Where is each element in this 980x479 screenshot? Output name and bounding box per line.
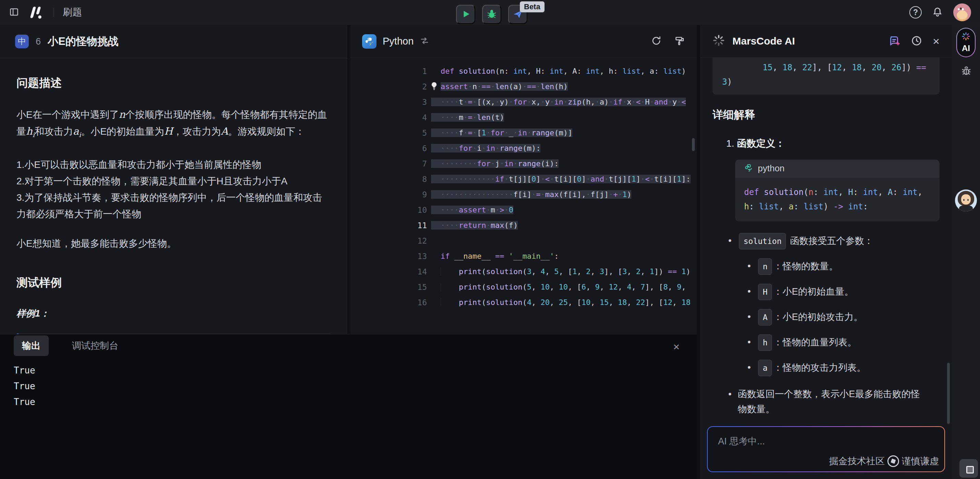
ai-param-text: ：怪物的数量。 [773, 261, 838, 271]
reset-code-button[interactable] [651, 35, 662, 47]
nav-practice-label[interactable]: 刷题 [63, 6, 82, 19]
code-token: int [902, 187, 917, 197]
ai-item1-title: 函数定义 [737, 138, 775, 149]
bullet-dot: • [748, 259, 751, 273]
problem-rules: 1.小E可以击败以恶血量和攻击力都小于她当前属性的怪物 2.对于第一个击败的怪物… [16, 157, 331, 222]
code-token: : [813, 187, 823, 197]
ai-header: MarsCode AI [700, 25, 952, 57]
new-chat-button[interactable] [889, 35, 900, 48]
code-token: j [495, 159, 500, 168]
code-token: y [673, 98, 677, 106]
code-token: t [654, 175, 659, 183]
screenshot-corner-button[interactable] [959, 459, 978, 477]
code-token: -> [833, 202, 843, 211]
code-line: 12 [350, 233, 697, 248]
code-token: : [853, 187, 863, 197]
code-token: ) [727, 77, 732, 87]
code-token: m [527, 144, 531, 152]
code-token: x [531, 98, 536, 106]
code-token: , [590, 267, 600, 276]
history-button[interactable] [911, 35, 923, 48]
code-token: · [604, 175, 609, 183]
code-token: for [491, 128, 504, 137]
line-number: 12 [350, 236, 427, 245]
difficulty-badge: 中 [15, 35, 29, 48]
code-token: ] [636, 175, 641, 183]
run-button[interactable] [456, 5, 475, 24]
code-token: , [792, 63, 802, 72]
ai-scrollbar[interactable] [947, 363, 950, 424]
bug-outline-icon [961, 65, 972, 78]
code-token: = [468, 113, 472, 122]
tab-output[interactable]: 输出 [14, 335, 49, 356]
output-panel: 输出 调试控制台 × True True True [0, 334, 697, 479]
code-token: · [495, 144, 500, 152]
close-ai-panel-icon[interactable]: × [933, 35, 940, 47]
code-token [677, 267, 681, 276]
code-token: 1 [649, 267, 654, 276]
tab-debug-console[interactable]: 调试控制台 [64, 335, 127, 356]
notifications-button[interactable] [932, 6, 943, 19]
panel-toggle-icon [9, 7, 19, 18]
ai-param-item: •h：怪物的血量列表。 [748, 335, 940, 351]
user-avatar[interactable] [953, 3, 971, 21]
ai-toggle-button[interactable]: AI [956, 28, 975, 57]
code-token: solution [486, 283, 522, 291]
code-token: ( [481, 267, 486, 276]
code-token: ( [522, 283, 527, 291]
close-output-icon[interactable]: × [673, 341, 679, 353]
output-console: True True True [0, 357, 697, 415]
code-token: · [550, 98, 554, 106]
code-token: : [577, 67, 586, 75]
code-token: ( [554, 128, 558, 137]
code-token: · [540, 98, 545, 106]
problem-title: 小E的怪物挑战 [48, 34, 119, 49]
format-code-button[interactable] [674, 35, 685, 47]
code-token: : [749, 202, 759, 211]
code-token [843, 202, 848, 211]
ai-param-item: •a：怪物的攻击力列表。 [748, 360, 940, 376]
bullet-dot: • [728, 233, 732, 248]
debug-button[interactable] [482, 5, 501, 24]
code-token: 3 [600, 267, 604, 276]
editor-scrollbar[interactable] [692, 138, 695, 151]
code-token: 10 [582, 298, 591, 307]
ai-input-field[interactable] [708, 427, 944, 471]
ai-code-block: python def solution(n: int, H: int, A: i… [735, 160, 940, 221]
help-button[interactable]: ? [909, 6, 922, 19]
sidebar-toggle-button[interactable] [9, 7, 19, 18]
line-number: 13 [350, 252, 427, 261]
code-token: : [893, 187, 903, 197]
ai-param-item: •A：小E的初始攻击力。 [748, 309, 940, 325]
code-token: assert [441, 82, 468, 91]
code-token [441, 298, 459, 307]
right-rail: AI [952, 25, 980, 479]
code-token: , [918, 187, 923, 197]
code-token: , [641, 67, 650, 75]
code-token: · [540, 190, 545, 199]
code-token: ) [513, 221, 518, 230]
code-token: n [473, 82, 477, 91]
code-token: 3 [722, 77, 727, 87]
assistant-avatar[interactable] [955, 189, 977, 211]
marscode-logo[interactable] [28, 6, 45, 19]
problem-index: 6 [36, 36, 41, 47]
code-token: ][ [522, 175, 531, 183]
code-token: · [473, 98, 477, 106]
lightbulb-icon[interactable] [429, 81, 439, 93]
code-token: , [673, 298, 682, 307]
code-token: A [572, 67, 577, 75]
switch-language-button[interactable] [420, 36, 429, 47]
code-editor[interactable]: 1def solution(n: int, H: int, A: int, h:… [350, 58, 697, 363]
rail-debug-button[interactable] [961, 65, 972, 78]
code-token: 26 [891, 63, 902, 72]
code-token: 15 [763, 63, 773, 72]
code-token: : [540, 67, 550, 75]
code-token: · [509, 98, 513, 106]
code-token: 9 [595, 283, 600, 291]
code-token: in [554, 98, 563, 106]
code-token: == [495, 252, 504, 260]
code-token: > [500, 206, 504, 214]
problem-question: 小E想知道，她最多能击败多少怪物。 [16, 235, 331, 252]
line-number: 11 [350, 221, 427, 230]
